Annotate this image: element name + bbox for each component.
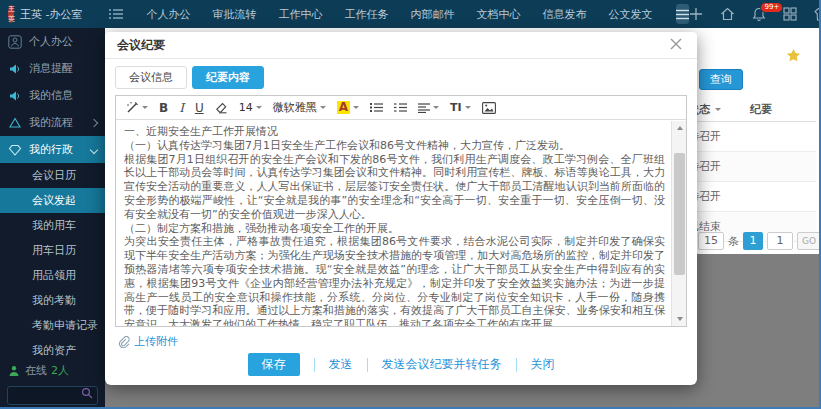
table-row[interactable]: 待召开 — [688, 152, 816, 182]
table-row[interactable]: 待召开 — [688, 182, 816, 212]
table-row[interactable]: 待召开 — [688, 122, 816, 152]
editor-scrollbar[interactable] — [671, 121, 686, 326]
save-button[interactable]: 保存 — [248, 353, 300, 376]
speaker-icon — [8, 62, 22, 76]
page-size-unit: 条 — [728, 234, 739, 249]
editor-text-area[interactable]: 一、近期安全生产工作开展情况 （一）认真传达学习集团7月1日安全生产工作会议和8… — [116, 121, 671, 326]
menu-collapse-icon[interactable] — [108, 7, 124, 21]
sidebar-item-my-workflow[interactable]: 我的流程 — [0, 109, 105, 136]
dropdown-caret-icon — [256, 106, 262, 109]
query-button[interactable]: 查询 — [699, 69, 743, 90]
sidebar-sub-my-assets[interactable]: 我的资产 — [0, 338, 105, 363]
sidebar-item-label: 我的流程 — [29, 115, 73, 130]
add-icon[interactable] — [689, 7, 703, 21]
topbar-menu-approval[interactable]: 审批流转 — [212, 7, 256, 22]
dropdown-caret-icon — [320, 106, 326, 109]
sidebar-sub-meeting-calendar[interactable]: 会议日历 — [0, 163, 105, 188]
dropdown-caret-icon — [465, 106, 471, 109]
chevron-right-icon — [90, 118, 98, 126]
close-button[interactable]: 关闭 — [531, 356, 555, 373]
topbar-menu-mail[interactable]: 内部邮件 — [410, 7, 454, 22]
avatar[interactable]: 王英 — [8, 5, 14, 23]
line-height-dropdown[interactable]: TI — [450, 101, 471, 114]
more-menu-icon[interactable] — [676, 4, 689, 24]
topbar-menu-personal[interactable]: 个人办公 — [146, 7, 190, 22]
upload-attachment-link[interactable]: 上传附件 — [118, 334, 697, 349]
paperclip-icon — [118, 336, 130, 348]
bold-button[interactable]: B — [159, 101, 168, 115]
italic-button[interactable]: I — [179, 101, 184, 115]
dropdown-caret-icon — [142, 106, 148, 109]
insert-image-icon[interactable] — [482, 102, 496, 114]
speaker-icon — [8, 89, 22, 103]
sidebar-sub-meeting-launch[interactable]: 会议发起 — [0, 188, 105, 213]
scroll-up-icon[interactable] — [672, 121, 687, 135]
pagination: ： 15 条 1 1 GO — [683, 232, 821, 250]
search-icon[interactable] — [81, 387, 93, 399]
notification-badge: 99+ — [760, 2, 783, 13]
person-icon — [8, 35, 22, 49]
topbar-icons: 99+ — [689, 7, 821, 22]
sidebar-item-my-admin[interactable]: 我的行政 — [0, 136, 105, 163]
sidebar-item-label: 我的行政 — [29, 142, 73, 157]
sidebar-item-label: 个人办公 — [29, 34, 73, 49]
font-color-dropdown[interactable]: A — [337, 101, 359, 114]
notifications-bell-icon[interactable]: 99+ — [752, 7, 766, 22]
sidebar-item-my-info[interactable]: 我的信息 — [0, 82, 105, 109]
sidebar-item-personal-office[interactable]: 个人办公 — [0, 28, 105, 55]
favorite-star-icon[interactable] — [786, 48, 801, 63]
go-button[interactable]: GO — [797, 232, 821, 250]
sidebar-sub-supplies[interactable]: 用品领用 — [0, 263, 105, 288]
workflow-icon — [8, 116, 22, 130]
topbar-menu-info[interactable]: 信息发布 — [542, 7, 586, 22]
close-icon[interactable] — [669, 37, 685, 53]
column-sort-caret-icon[interactable] — [715, 108, 721, 111]
current-page-button[interactable]: 1 — [743, 232, 763, 250]
editor-toolbar: B I U 14 微软雅黑 A — [116, 96, 686, 120]
unordered-list-icon[interactable] — [370, 102, 383, 113]
sidebar-search — [7, 384, 98, 405]
topbar-menu-tasks[interactable]: 工作任务 — [344, 7, 388, 22]
format-brush-icon[interactable] — [126, 101, 148, 114]
modal-tabs: 会议信息 纪要内容 — [115, 66, 697, 89]
topbar-menu: 个人办公 审批流转 工作中心 工作任务 内部邮件 文档中心 信息发布 公文发文 — [146, 7, 652, 22]
topbar-menu-docs[interactable]: 文档中心 — [476, 7, 520, 22]
scroll-down-icon[interactable] — [672, 312, 687, 326]
topbar-menu-workcenter[interactable]: 工作中心 — [278, 7, 322, 22]
scrollbar-thumb[interactable] — [674, 153, 685, 275]
chevron-down-icon — [90, 145, 98, 153]
upload-attachment-label: 上传附件 — [134, 334, 178, 349]
sidebar-item-message-reminder[interactable]: 消息提醒 — [0, 55, 105, 82]
main-area: 查询 状态 纪要 待召开 待召开 待召开 已结束 ： 15 条 1 1 GO — [105, 28, 819, 407]
font-size-dropdown[interactable]: 14 — [239, 101, 262, 114]
column-minutes: 纪要 — [750, 102, 772, 117]
ordered-list-icon[interactable] — [394, 102, 407, 113]
sidebar-sub-my-attendance[interactable]: 我的考勤 — [0, 288, 105, 313]
tab-meeting-info[interactable]: 会议信息 — [115, 66, 187, 89]
home-icon[interactable] — [720, 7, 735, 21]
editor-paragraph: 为突出安全责任主体，严格事故责任追究，根据集团86号文件要求，结合水泥公司实际，… — [124, 235, 665, 326]
sidebar-sub-attendance-records[interactable]: 考勤申请记录 — [0, 313, 105, 338]
page-number-input[interactable]: 1 — [767, 232, 793, 250]
online-count: 2人 — [51, 363, 69, 378]
send-button[interactable]: 发送 — [329, 356, 353, 373]
sidebar-sub-my-car[interactable]: 我的用车 — [0, 213, 105, 238]
topbar-menu-official[interactable]: 公文发文 — [608, 7, 652, 22]
align-dropdown[interactable] — [418, 103, 439, 113]
apps-grid-icon[interactable] — [783, 7, 797, 21]
editor-paragraph: （二）制定方案和措施，强劲推动各项安全工作的开展。 — [124, 222, 665, 236]
gem-icon — [8, 143, 22, 157]
send-and-convert-task-button[interactable]: 发送会议纪要并转任务 — [382, 356, 502, 373]
sidebar-item-label: 我的信息 — [29, 88, 73, 103]
online-label: 在线 — [25, 363, 47, 378]
app-window: 王英 王英 -办公室 个人办公 审批流转 工作中心 工作任务 内部邮件 文档中心… — [0, 0, 821, 409]
page-size-input[interactable]: 15 — [698, 232, 724, 250]
sidebar-sub-car-calendar[interactable]: 用车日历 — [0, 238, 105, 263]
editor-paragraph: （一）认真传达学习集团7月1日安全生产工作会议和86号文件精神，大力宣传，广泛发… — [124, 139, 665, 153]
theme-shirt-icon[interactable] — [814, 7, 821, 21]
modal-footer: 保存 发送 发送会议纪要并转任务 关闭 — [105, 353, 697, 376]
eraser-icon[interactable] — [215, 102, 228, 114]
tab-minutes-content[interactable]: 纪要内容 — [192, 66, 264, 89]
underline-button[interactable]: U — [195, 101, 204, 115]
font-family-dropdown[interactable]: 微软雅黑 — [273, 100, 326, 115]
